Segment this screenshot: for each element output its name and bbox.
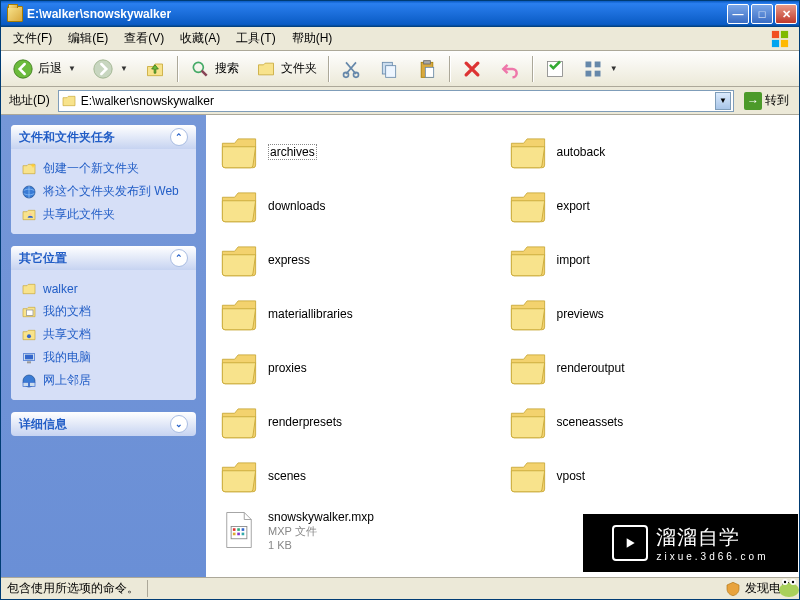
- folder-name: previews: [557, 307, 604, 321]
- views-button[interactable]: ▼: [575, 54, 625, 84]
- place-label: 共享文档: [43, 326, 91, 343]
- place-folder[interactable]: walker: [21, 278, 186, 300]
- menu-file[interactable]: 文件(F): [5, 27, 60, 50]
- maximize-button[interactable]: □: [751, 4, 773, 24]
- panel-file-tasks: 文件和文件夹任务 ⌃ 创建一个新文件夹将这个文件夹发布到 Web共享此文件夹: [11, 125, 196, 234]
- close-button[interactable]: ✕: [775, 4, 797, 24]
- go-button[interactable]: → 转到: [738, 90, 795, 112]
- folder-item[interactable]: express: [214, 233, 503, 287]
- windows-flag-icon: [761, 28, 799, 50]
- menubar: 文件(F) 编辑(E) 查看(V) 收藏(A) 工具(T) 帮助(H): [1, 27, 799, 51]
- svg-rect-35: [237, 533, 240, 536]
- svg-rect-16: [585, 61, 591, 67]
- folder-item[interactable]: renderpresets: [214, 395, 503, 449]
- folder-icon: [507, 401, 549, 443]
- folder-item[interactable]: export: [503, 179, 792, 233]
- address-combo[interactable]: E:\walker\snowskywalker ▼: [58, 90, 734, 112]
- svg-rect-34: [233, 533, 236, 536]
- toolbar: 后退▼ ▼ 搜索 文件夹 ▼: [1, 51, 799, 87]
- address-dropdown[interactable]: ▼: [715, 92, 731, 110]
- task-folder-new[interactable]: 创建一个新文件夹: [21, 157, 186, 180]
- cut-icon: [340, 58, 362, 80]
- paste-button[interactable]: [409, 54, 445, 84]
- folder-icon: [507, 185, 549, 227]
- place-label: 网上邻居: [43, 372, 91, 389]
- folder-item[interactable]: previews: [503, 287, 792, 341]
- views-icon: [582, 58, 604, 80]
- place-label: walker: [43, 282, 78, 296]
- up-button[interactable]: [137, 54, 173, 84]
- svg-point-23: [27, 334, 31, 338]
- panel-details-header[interactable]: 详细信息 ⌄: [11, 412, 196, 436]
- svg-point-9: [353, 72, 358, 77]
- undo-button[interactable]: [492, 54, 528, 84]
- mydocs-icon: [21, 304, 37, 320]
- chevron-up-icon: ⌃: [170, 128, 188, 146]
- menu-edit[interactable]: 编辑(E): [60, 27, 116, 50]
- web-publish-icon: [21, 184, 37, 200]
- place-mydocs[interactable]: 我的文档: [21, 300, 186, 323]
- place-network[interactable]: 网上邻居: [21, 369, 186, 392]
- folder-icon: [218, 455, 260, 497]
- folder-item[interactable]: materiallibraries: [214, 287, 503, 341]
- address-label: 地址(D): [5, 92, 54, 109]
- svg-rect-28: [23, 382, 28, 386]
- titlebar[interactable]: E:\walker\snowskywalker — □ ✕: [1, 1, 799, 27]
- folder-name: archives: [268, 144, 317, 160]
- svg-point-21: [29, 213, 32, 216]
- menu-favorites[interactable]: 收藏(A): [172, 27, 228, 50]
- folder-item[interactable]: vpost: [503, 449, 792, 503]
- delete-icon: [461, 58, 483, 80]
- svg-rect-18: [585, 70, 591, 76]
- folders-button[interactable]: 文件夹: [248, 54, 324, 84]
- svg-rect-13: [424, 60, 431, 63]
- panel-other-places-header[interactable]: 其它位置 ⌃: [11, 246, 196, 270]
- menu-tools[interactable]: 工具(T): [228, 27, 283, 50]
- play-icon: [612, 525, 648, 561]
- task-share[interactable]: 共享此文件夹: [21, 203, 186, 226]
- panel-other-places: 其它位置 ⌃ walker我的文档共享文档我的电脑网上邻居: [11, 246, 196, 400]
- folder-item[interactable]: downloads: [214, 179, 503, 233]
- svg-rect-25: [25, 354, 33, 359]
- folder-item[interactable]: proxies: [214, 341, 503, 395]
- menu-help[interactable]: 帮助(H): [284, 27, 341, 50]
- task-web-publish[interactable]: 将这个文件夹发布到 Web: [21, 180, 186, 203]
- cut-button[interactable]: [333, 54, 369, 84]
- forward-icon: [92, 58, 114, 80]
- copy-button[interactable]: [371, 54, 407, 84]
- svg-rect-3: [781, 39, 788, 46]
- folder-item[interactable]: import: [503, 233, 792, 287]
- task-label: 共享此文件夹: [43, 206, 115, 223]
- back-button[interactable]: 后退▼: [5, 54, 83, 84]
- file-icon: [218, 509, 260, 551]
- shield-icon: [725, 581, 741, 597]
- folder-name: scenes: [268, 469, 306, 483]
- place-shareddocs[interactable]: 共享文档: [21, 323, 186, 346]
- addressbar: 地址(D) E:\walker\snowskywalker ▼ → 转到: [1, 87, 799, 115]
- place-mycomputer[interactable]: 我的电脑: [21, 346, 186, 369]
- forward-button[interactable]: ▼: [85, 54, 135, 84]
- properties-button[interactable]: [537, 54, 573, 84]
- folder-item[interactable]: renderoutput: [503, 341, 792, 395]
- folder-name: autoback: [557, 145, 606, 159]
- folder-icon: [507, 239, 549, 281]
- folder-name: renderpresets: [268, 415, 342, 429]
- svg-point-4: [14, 59, 32, 77]
- place-label: 我的电脑: [43, 349, 91, 366]
- folder-item[interactable]: archives: [214, 125, 503, 179]
- folder-icon: [507, 293, 549, 335]
- folder-item[interactable]: sceneassets: [503, 395, 792, 449]
- menu-view[interactable]: 查看(V): [116, 27, 172, 50]
- status-text: 包含使用所选项的命令。: [7, 580, 148, 597]
- delete-button[interactable]: [454, 54, 490, 84]
- place-label: 我的文档: [43, 303, 91, 320]
- file-list[interactable]: archivesautobackdownloadsexportexpressim…: [206, 115, 799, 577]
- search-button[interactable]: 搜索: [182, 54, 246, 84]
- go-icon: →: [744, 92, 762, 110]
- task-label: 创建一个新文件夹: [43, 160, 139, 177]
- folder-item[interactable]: scenes: [214, 449, 503, 503]
- minimize-button[interactable]: —: [727, 4, 749, 24]
- panel-file-tasks-header[interactable]: 文件和文件夹任务 ⌃: [11, 125, 196, 149]
- folder-item[interactable]: autoback: [503, 125, 792, 179]
- svg-rect-19: [595, 70, 601, 76]
